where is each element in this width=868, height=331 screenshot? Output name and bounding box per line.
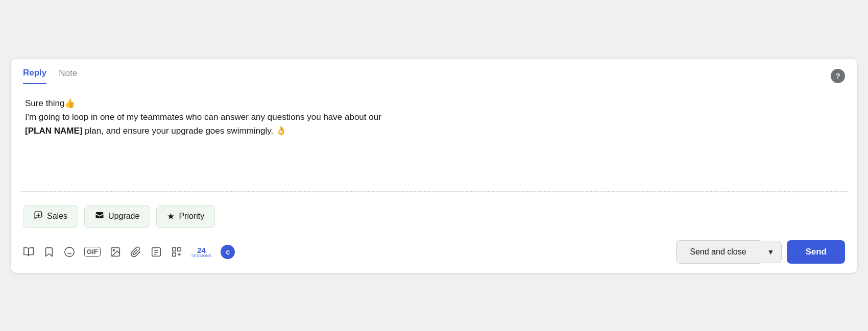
- attachment-icon[interactable]: [130, 246, 141, 258]
- arrow-icon: ▼: [767, 248, 775, 256]
- bookmark-icon[interactable]: [43, 246, 55, 258]
- send-close-button[interactable]: Send and close: [676, 240, 759, 264]
- sessions-icon[interactable]: 24 SESSIONS: [191, 246, 212, 258]
- svg-point-2: [65, 247, 74, 256]
- tabs: Reply Note: [23, 68, 77, 84]
- form-icon[interactable]: [151, 246, 162, 258]
- tab-note[interactable]: Note: [59, 68, 77, 84]
- tag-priority-label: Priority: [179, 212, 204, 221]
- editor-body[interactable]: Sure thing👍 I'm going to loop in one of …: [11, 84, 857, 186]
- sessions-number: 24: [197, 246, 206, 254]
- gif-icon[interactable]: GIF: [84, 247, 101, 257]
- tag-sales-label: Sales: [47, 212, 67, 221]
- toolbar-icons: GIF: [23, 245, 235, 259]
- tag-sales[interactable]: Sales: [23, 205, 78, 228]
- toolbar-row: GIF: [11, 235, 857, 273]
- tag-priority[interactable]: ★ Priority: [156, 205, 215, 228]
- help-icon[interactable]: ?: [831, 69, 845, 83]
- editor-plan-name: [PLAN NAME]: [25, 126, 82, 136]
- book-icon[interactable]: [23, 246, 34, 258]
- action-buttons: Send and close ▼ Send: [676, 240, 845, 264]
- svg-rect-7: [152, 247, 160, 256]
- editor-line1: Sure thing👍: [25, 96, 843, 110]
- reply-editor: Reply Note ? Sure thing👍 I'm going to lo…: [10, 58, 858, 273]
- copilot-icon[interactable]: c: [221, 245, 235, 259]
- editor-divider: [21, 191, 847, 192]
- editor-line2: I'm going to loop in one of my teammates…: [25, 110, 843, 138]
- image-icon[interactable]: [110, 246, 121, 258]
- sessions-label: SESSIONS: [191, 254, 212, 258]
- svg-point-6: [113, 249, 114, 251]
- tabs-row: Reply Note ?: [11, 59, 857, 84]
- emoji-icon[interactable]: [64, 246, 75, 258]
- apps-icon[interactable]: [171, 246, 182, 258]
- editor-line3-rest: plan, and ensure your upgrade goes swimm…: [82, 126, 286, 136]
- editor-text: Sure thing👍 I'm going to loop in one of …: [25, 96, 843, 138]
- svg-rect-11: [172, 247, 175, 250]
- tab-reply[interactable]: Reply: [23, 68, 46, 84]
- tag-upgrade[interactable]: Upgrade: [84, 205, 150, 228]
- send-close-arrow-button[interactable]: ▼: [760, 241, 782, 263]
- svg-rect-12: [178, 247, 181, 250]
- upgrade-icon: [95, 211, 104, 222]
- svg-rect-13: [172, 252, 175, 256]
- priority-icon: ★: [167, 211, 175, 222]
- sales-icon: [34, 211, 43, 222]
- send-button[interactable]: Send: [787, 240, 845, 264]
- tags-row: Sales Upgrade ★ Priority: [11, 197, 857, 235]
- tag-upgrade-label: Upgrade: [108, 212, 139, 221]
